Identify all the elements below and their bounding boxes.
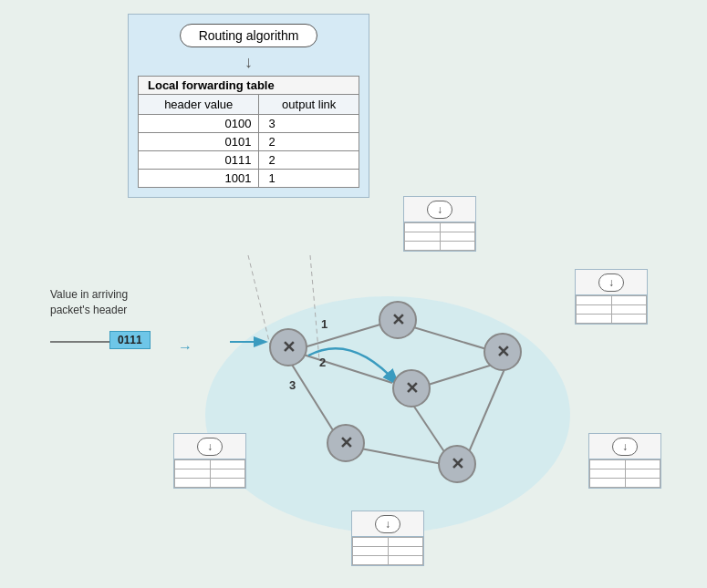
row3-link: 2	[259, 151, 359, 170]
network-node-bottom-right: ✕	[438, 445, 476, 483]
packet-label-line2: packet's header	[50, 304, 127, 316]
svg-line-5	[292, 365, 338, 438]
routing-algorithm-label: Routing algorithm	[138, 24, 359, 47]
packet-value-box: 0111	[109, 331, 151, 349]
down-arrow-icon: ↓	[138, 53, 359, 72]
svg-line-4	[292, 351, 392, 383]
col-header-value: header value	[139, 95, 259, 115]
svg-line-8	[411, 401, 447, 456]
svg-line-9	[351, 447, 447, 465]
node-symbol: ✕	[282, 337, 296, 357]
table-row: 0101 2	[139, 133, 359, 151]
mini-table	[404, 222, 475, 251]
link-label-2: 2	[319, 356, 326, 369]
mini-ellipse: ↓	[352, 511, 423, 537]
table-row: 1001 1	[139, 170, 359, 188]
mini-ellipse-inner: ↓	[375, 515, 400, 533]
row2-link: 2	[259, 133, 359, 151]
mini-ellipse: ↓	[589, 434, 660, 459]
row2-header: 0101	[139, 133, 259, 151]
node-symbol: ✕	[496, 342, 510, 362]
network-node-bottom-left: ✕	[327, 424, 365, 462]
node-symbol: ✕	[391, 310, 405, 330]
mini-table	[589, 459, 660, 488]
mini-ellipse: ↓	[404, 197, 475, 222]
network-node-right: ✕	[483, 333, 522, 371]
mini-ellipse: ↓	[174, 434, 245, 459]
row4-link: 1	[259, 170, 359, 188]
mini-table	[174, 459, 245, 488]
mini-table	[576, 295, 647, 324]
mini-router-box-bottom-center: ↓	[351, 511, 424, 566]
row1-link: 3	[259, 115, 359, 133]
mini-ellipse-inner: ↓	[197, 438, 223, 456]
network-node-main: ✕	[269, 328, 307, 366]
mini-router-box-top-center: ↓	[403, 196, 476, 252]
mini-ellipse-inner: ↓	[427, 201, 452, 219]
mini-ellipse-inner: ↓	[598, 273, 624, 292]
forwarding-table: Local forwarding table header value outp…	[138, 76, 359, 188]
link-label-3: 3	[289, 378, 296, 392]
mini-ellipse-inner: ↓	[612, 438, 638, 456]
row4-header: 1001	[139, 170, 259, 188]
node-symbol: ✕	[339, 433, 353, 453]
row1-header: 0100	[139, 115, 259, 133]
mini-table	[352, 537, 423, 565]
packet-value: 0111	[118, 334, 142, 346]
node-symbol: ✕	[451, 454, 464, 474]
network-node-top: ✕	[379, 301, 417, 339]
network-node-middle: ✕	[392, 369, 431, 407]
node-symbol: ✕	[405, 378, 419, 398]
routing-algorithm-box: Routing algorithm ↓ Local forwarding tab…	[128, 14, 369, 198]
link-label-1: 1	[321, 317, 328, 331]
svg-line-2	[310, 255, 319, 360]
mini-router-box-bottom-right: ↓	[588, 433, 661, 489]
packet-header-label: Value in arriving packet's header	[50, 287, 155, 318]
mini-router-box-top-right: ↓	[575, 269, 648, 325]
mini-router-box-bottom-left: ↓	[173, 433, 246, 489]
table-row: 0111 2	[139, 151, 359, 170]
forwarding-table-title: Local forwarding table	[139, 77, 359, 95]
table-row: 0100 3	[139, 115, 359, 133]
packet-label-line1: Value in arriving	[50, 288, 128, 301]
svg-line-10	[465, 369, 504, 460]
packet-arrow-icon: →	[178, 339, 192, 356]
mini-ellipse: ↓	[576, 270, 647, 295]
routing-algorithm-title: Routing algorithm	[180, 24, 318, 47]
col-output-link: output link	[259, 95, 359, 115]
row3-header: 0111	[139, 151, 259, 170]
